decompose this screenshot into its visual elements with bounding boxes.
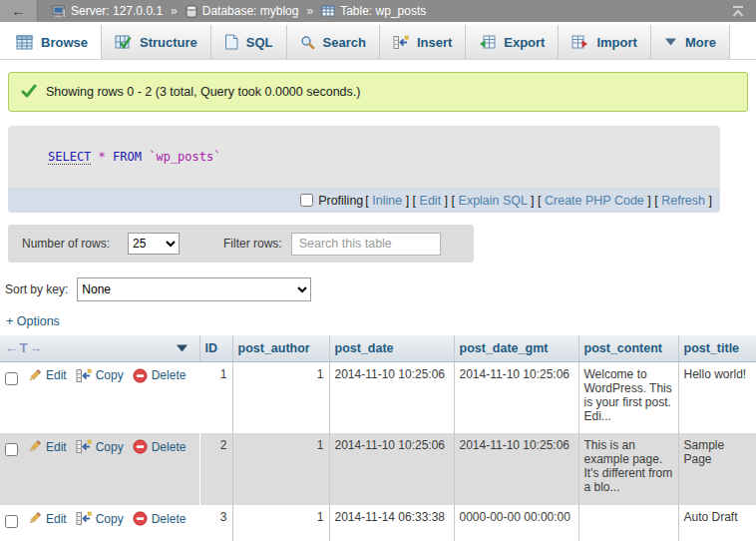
header-row: ←T→ IDpost_authorpost_datepost_date_gmtp… [0, 335, 756, 361]
edit-link[interactable]: Edit [27, 439, 67, 454]
query-link-group: [ Create PHP Code ] [535, 194, 651, 208]
tab-export[interactable]: Export [466, 25, 559, 59]
cell-post_content: This is an example page. It's different … [578, 433, 678, 505]
cell-post_author: 1 [232, 505, 329, 541]
sort-control-bar: Sort by key: None [5, 275, 756, 302]
column-header-post-content[interactable]: post_content [578, 335, 678, 361]
sql-star: * [99, 150, 106, 164]
cell-id: 2 [199, 433, 232, 505]
delete-link[interactable]: Delete [133, 439, 187, 454]
tab-more[interactable]: More [651, 25, 730, 59]
sql-keyword-from: FROM [113, 150, 142, 164]
table-row: EditCopyDelete312014-11-14 06:33:380000-… [0, 505, 756, 541]
cell-post_date: 2014-11-14 06:33:38 [329, 505, 454, 541]
row-checkbox[interactable] [5, 372, 18, 385]
query-link-refresh[interactable]: Refresh [661, 194, 705, 208]
number-of-rows-label: Number of rows: [22, 237, 110, 251]
row-checkbox[interactable] [5, 515, 18, 528]
caret-down-icon[interactable] [176, 343, 194, 353]
table-row: EditCopyDelete212014-11-10 10:25:062014-… [0, 433, 756, 505]
database-icon [186, 5, 197, 18]
breadcrumb-item-database-myblog[interactable]: Database: myblog [186, 4, 299, 18]
cell-post_content: Welcome to WordPress. This is your first… [578, 361, 678, 433]
breadcrumb-item-table-wp-posts[interactable]: Table: wp_posts [321, 4, 426, 18]
tab-search[interactable]: Search [287, 25, 380, 59]
cell-post_author: 1 [232, 433, 329, 505]
check-icon [21, 84, 37, 101]
back-button[interactable]: ← [0, 0, 38, 22]
tab-import[interactable]: Import [559, 25, 650, 59]
query-link-create-php-code[interactable]: Create PHP Code [545, 194, 644, 208]
profiling-label: Profiling [318, 194, 363, 208]
cell-post_title: Hello world! [678, 361, 756, 433]
tab-sql[interactable]: SQL [211, 25, 287, 59]
breadcrumb-bar: ← Server: 127.0.0.1»Database: myblog»Tab… [0, 0, 756, 22]
cell-post_date_gmt: 2014-11-10 10:25:06 [454, 361, 578, 433]
collapse-icon[interactable] [730, 5, 756, 18]
copy-link[interactable]: Copy [76, 368, 124, 383]
filter-input[interactable] [291, 233, 441, 256]
actions-header: ←T→ [0, 335, 199, 361]
edit-link[interactable]: Edit [27, 368, 67, 383]
breadcrumb-item-server-127-0-0-1[interactable]: Server: 127.0.0.1 [52, 4, 163, 18]
edit-icon [27, 439, 42, 454]
delete-link[interactable]: Delete [133, 511, 187, 526]
tab-label: Import [596, 35, 636, 50]
success-message-text: Showing rows 0 - 2 (3 total, Query took … [46, 85, 360, 99]
number-of-rows-select[interactable]: 25 [128, 233, 180, 255]
sort-by-key-label: Sort by key: [5, 282, 68, 296]
cell-post_date_gmt: 2014-11-10 10:25:06 [454, 433, 578, 505]
results-table: ←T→ IDpost_authorpost_datepost_date_gmtp… [0, 335, 756, 541]
cell-post_author: 1 [232, 361, 329, 433]
query-link-inline[interactable]: Inline [372, 194, 402, 208]
export-icon [479, 35, 496, 49]
options-toggle[interactable]: + Options [6, 314, 60, 328]
copy-link[interactable]: Copy [76, 439, 124, 454]
tab-bar: BrowseStructureSQLSearchInsertExportImpo… [0, 25, 756, 60]
sql-query-box: SELECT * FROM `wp_posts` Profiling [ Inl… [8, 126, 720, 213]
column-header-post-date-gmt[interactable]: post_date_gmt [454, 335, 578, 361]
query-link-group: [ Inline ] [365, 194, 409, 208]
table-row: EditCopyDelete112014-11-10 10:25:062014-… [0, 361, 756, 433]
filter-rows-label: Filter rows: [223, 237, 282, 251]
delete-link[interactable]: Delete [133, 368, 187, 383]
column-header-post-author[interactable]: post_author [232, 335, 329, 361]
row-actions-cell: EditCopyDelete [0, 505, 199, 541]
sort-by-key-select[interactable]: None [77, 277, 311, 301]
tab-label: More [685, 35, 716, 50]
profiling-checkbox[interactable] [300, 194, 313, 207]
column-header-id[interactable]: ID [199, 335, 232, 361]
transpose-arrows-icon[interactable]: ←T→ [5, 340, 43, 355]
tab-label: Insert [417, 35, 452, 50]
tab-label: Browse [41, 35, 88, 50]
query-link-edit[interactable]: Edit [420, 194, 442, 208]
query-actions-bar: Profiling [ Inline ] [ Edit ] [ Explain … [8, 188, 720, 213]
edit-link[interactable]: Edit [27, 511, 67, 526]
edit-icon [27, 511, 42, 526]
server-icon [52, 5, 66, 18]
cell-post_date: 2014-11-10 10:25:06 [329, 433, 454, 505]
column-header-post-title[interactable]: post_title [678, 335, 756, 361]
table-icon [321, 5, 335, 17]
delete-icon [133, 439, 148, 454]
row-checkbox[interactable] [5, 443, 18, 456]
query-link-group: [ Edit ] [409, 194, 448, 208]
insert-icon [393, 35, 409, 50]
row-actions-cell: EditCopyDelete [0, 433, 199, 505]
search-icon [300, 35, 315, 50]
copy-link[interactable]: Copy [76, 511, 124, 526]
sql-table-name: `wp_posts` [149, 150, 220, 164]
tab-browse[interactable]: Browse [3, 25, 102, 59]
cell-post_title: Sample Page [678, 433, 756, 505]
results-table-body: EditCopyDelete112014-11-10 10:25:062014-… [0, 361, 756, 541]
tab-structure[interactable]: Structure [102, 25, 211, 59]
column-header-post-date[interactable]: post_date [329, 335, 454, 361]
sql-keyword-select: SELECT [48, 150, 91, 165]
back-arrow-icon: ← [12, 3, 26, 19]
cell-post_title: Auto Draft [678, 505, 756, 541]
query-links: [ Inline ] [ Edit ] [ Explain SQL ] [ Cr… [365, 194, 712, 208]
query-link-explain-sql[interactable]: Explain SQL [459, 194, 528, 208]
tab-insert[interactable]: Insert [380, 25, 466, 59]
results-table-header: ←T→ IDpost_authorpost_datepost_date_gmtp… [0, 335, 756, 361]
query-link-group: [ Refresh ] [651, 194, 712, 208]
